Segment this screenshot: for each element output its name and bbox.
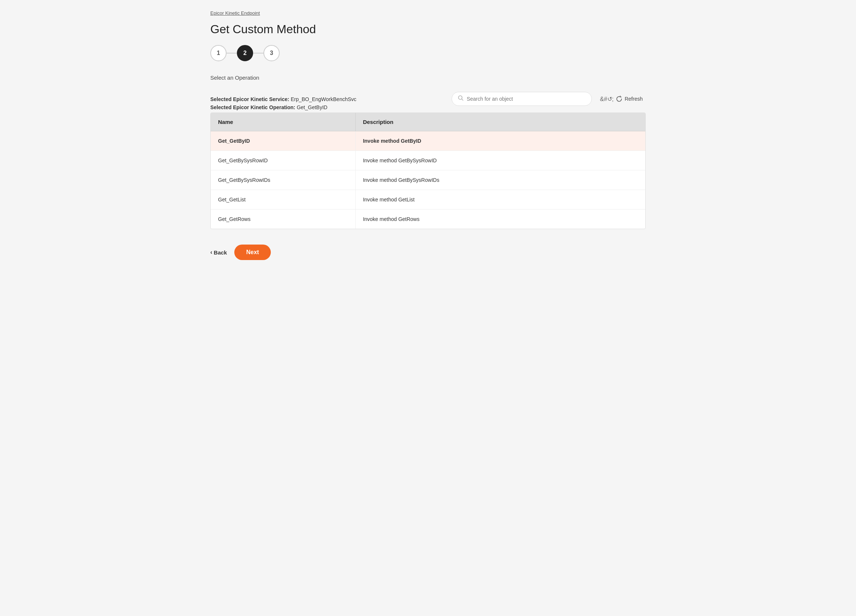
svg-line-1	[462, 99, 463, 101]
step-3[interactable]: 3	[263, 45, 280, 61]
cell-name: Get_GetList	[211, 190, 356, 209]
refresh-icon: &#↺;	[600, 95, 614, 103]
cell-description: Invoke method GetRows	[356, 209, 645, 229]
selected-operation-value-text: Get_GetByID	[297, 104, 327, 110]
next-button[interactable]: Next	[234, 244, 271, 260]
search-input[interactable]	[467, 96, 585, 102]
info-search-container: Selected Epicor Kinetic Service: Erp_BO_…	[210, 86, 646, 112]
search-refresh-row: &#↺; Refresh	[452, 92, 646, 106]
selected-service-info: Selected Epicor Kinetic Service: Erp_BO_…	[210, 96, 452, 102]
cell-name: Get_GetByID	[211, 131, 356, 151]
table-row[interactable]: Get_GetBySysRowID Invoke method GetBySys…	[211, 151, 645, 171]
selected-operation-info: Selected Epicor Kinetic Operation: Get_G…	[210, 104, 452, 110]
selected-service-value-text: Erp_BO_EngWorkBenchSvc	[291, 96, 356, 102]
cell-name: Get_GetBySysRowIDs	[211, 171, 356, 190]
operations-table: Name Description Get_GetByID Invoke meth…	[210, 112, 646, 229]
step-connector-1	[226, 53, 237, 54]
refresh-label: Refresh	[625, 96, 643, 102]
table-row[interactable]: Get_GetBySysRowIDs Invoke method GetBySy…	[211, 171, 645, 190]
cell-description: Invoke method GetList	[356, 190, 645, 209]
cell-description: Invoke method GetBySysRowID	[356, 151, 645, 170]
step-2[interactable]: 2	[237, 45, 253, 61]
stepper: 1 2 3	[210, 45, 646, 61]
footer-nav: ‹ Back Next	[210, 241, 646, 260]
back-button[interactable]: ‹ Back	[210, 249, 227, 256]
table-container: Name Description Get_GetByID Invoke meth…	[211, 113, 645, 229]
selected-service-label: Selected Epicor Kinetic Service:	[210, 96, 289, 102]
step-1[interactable]: 1	[210, 45, 226, 61]
chevron-left-icon: ‹	[210, 249, 212, 256]
refresh-button[interactable]: &#↺; Refresh	[597, 94, 646, 104]
search-icon	[458, 95, 464, 103]
cell-description: Invoke method GetByID	[356, 131, 645, 151]
selected-operation-label: Selected Epicor Kinetic Operation:	[210, 104, 295, 110]
cell-description: Invoke method GetBySysRowIDs	[356, 171, 645, 190]
cell-name: Get_GetBySysRowID	[211, 151, 356, 170]
header-description: Description	[356, 113, 645, 131]
info-block: Selected Epicor Kinetic Service: Erp_BO_…	[210, 96, 452, 112]
cell-name: Get_GetRows	[211, 209, 356, 229]
header-name: Name	[211, 113, 356, 131]
table-header: Name Description	[211, 113, 645, 131]
refresh-svg-icon	[616, 95, 622, 102]
breadcrumb[interactable]: Epicor Kinetic Endpoint	[210, 10, 646, 16]
search-box[interactable]	[452, 92, 592, 106]
table-row[interactable]: Get_GetByID Invoke method GetByID	[211, 131, 645, 151]
step-connector-2	[253, 53, 263, 54]
table-row[interactable]: Get_GetList Invoke method GetList	[211, 190, 645, 209]
back-label: Back	[214, 249, 227, 256]
section-label: Select an Operation	[210, 75, 646, 81]
page-title: Get Custom Method	[210, 23, 646, 36]
table-row[interactable]: Get_GetRows Invoke method GetRows	[211, 209, 645, 229]
